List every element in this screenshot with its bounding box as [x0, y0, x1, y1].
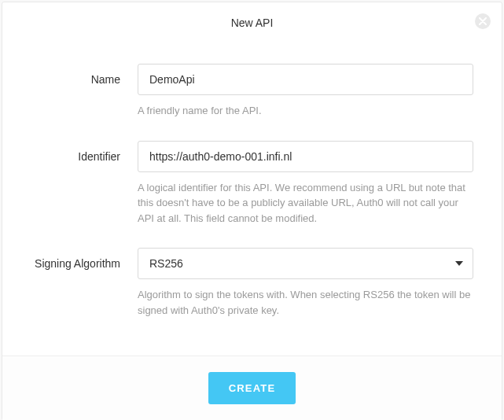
identifier-label: Identifier — [31, 141, 138, 163]
signing-algorithm-label: Signing Algorithm — [31, 248, 138, 270]
name-help: A friendly name for the API. — [138, 103, 473, 119]
signing-algorithm-help: Algorithm to sign the tokens with. When … — [138, 287, 473, 318]
field-signing-algorithm: Signing Algorithm RS256 Algorithm to sig… — [31, 248, 473, 318]
name-input[interactable] — [138, 64, 473, 95]
identifier-input[interactable] — [138, 141, 473, 172]
signing-algorithm-select[interactable]: RS256 — [138, 248, 473, 279]
field-name: Name A friendly name for the API. — [31, 64, 473, 119]
field-identifier: Identifier A logical identifier for this… — [31, 141, 473, 227]
identifier-help: A logical identifier for this API. We re… — [138, 180, 473, 227]
modal-title: New API — [2, 17, 502, 29]
create-button[interactable]: CREATE — [208, 372, 296, 404]
modal-body: Name A friendly name for the API. Identi… — [2, 40, 502, 356]
modal-header: New API — [2, 2, 502, 40]
new-api-modal: New API Name A friendly name for the API… — [2, 2, 502, 420]
close-button[interactable] — [475, 13, 491, 29]
modal-footer: CREATE — [2, 356, 502, 420]
name-label: Name — [31, 64, 138, 86]
close-icon — [479, 16, 487, 28]
